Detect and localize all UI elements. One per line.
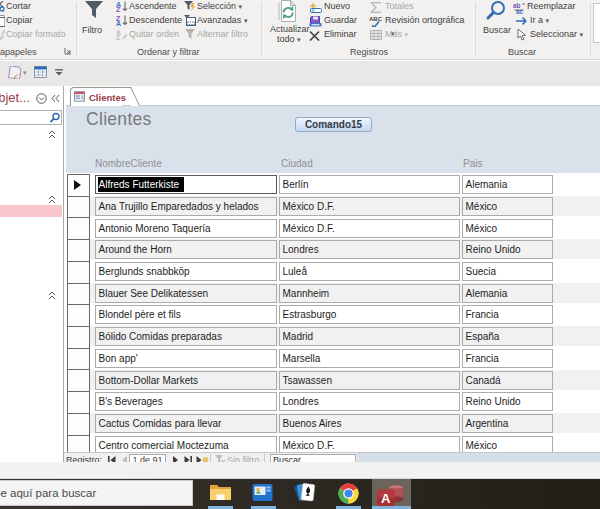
svg-text:Z: Z (116, 34, 121, 40)
svg-text:Z: Z (116, 6, 121, 12)
svg-text:ac: ac (516, 8, 524, 14)
svg-text:A: A (116, 20, 121, 26)
svg-text:ABC: ABC (369, 16, 383, 22)
svg-text:A: A (381, 491, 391, 506)
